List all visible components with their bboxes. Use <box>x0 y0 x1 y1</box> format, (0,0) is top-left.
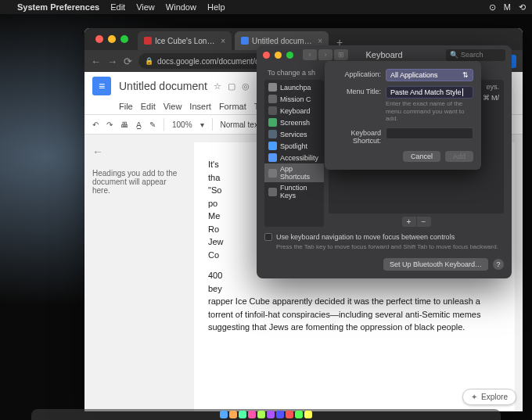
docs-logo-icon[interactable]: ≡ <box>92 77 111 95</box>
cancel-button[interactable]: Cancel <box>403 151 440 162</box>
docs-menu-view[interactable]: View <box>164 102 182 111</box>
add-shortcut-button[interactable]: + <box>402 217 416 227</box>
menubar-app-name[interactable]: System Preferences <box>17 2 99 12</box>
undo-button[interactable]: ↶ <box>92 120 99 129</box>
chevron-updown-icon: ⇅ <box>462 71 469 79</box>
sysprefs-nav: ‹ › ⊞ <box>303 49 348 60</box>
launchpad-icon <box>268 83 277 92</box>
spotlight-icon <box>268 142 277 150</box>
status-icon[interactable]: ⊙ <box>489 2 496 13</box>
sidebar-item-services[interactable]: Services <box>264 128 324 140</box>
sysprefs-footer: Use keyboard navigation to move focus be… <box>264 233 504 271</box>
status-icon[interactable]: M <box>504 2 511 12</box>
keyboard-shortcut-label: Keyboard Shortcut: <box>332 127 381 145</box>
menubar-status-area: ⊙ M ⟲ <box>489 2 526 13</box>
print-button[interactable]: 🖶 <box>120 120 128 129</box>
docs-menu-insert[interactable]: Insert <box>189 102 211 111</box>
document-paragraph: 400 beyrapper Ice Cube apparently decide… <box>208 269 501 334</box>
sidebar-item-app-shortcuts[interactable]: App Shortcuts <box>264 163 324 182</box>
application-select[interactable]: All Applications ⇅ <box>386 69 473 81</box>
dock-app-icon[interactable] <box>257 411 265 418</box>
reload-button[interactable]: ⟳ <box>124 56 132 67</box>
dock-app-icon[interactable] <box>229 411 237 418</box>
shortcut-key-display: ⌘ M/ <box>483 94 500 102</box>
document-title[interactable]: Untitled document <box>119 80 207 92</box>
search-input[interactable]: 🔍 Search <box>446 49 505 61</box>
shortcuts-category-list: Launchpa Mission C Keyboard Screensh Ser… <box>264 80 324 227</box>
minimize-window-button[interactable] <box>108 35 116 43</box>
mission-control-icon <box>268 95 277 103</box>
docs-menu-file[interactable]: File <box>119 102 133 111</box>
sidebar-item-keyboard[interactable]: Keyboard <box>264 105 324 117</box>
back-button[interactable]: ‹ <box>303 49 317 60</box>
dock-app-icon[interactable] <box>304 411 312 418</box>
menu-window[interactable]: Window <box>166 2 196 12</box>
dock-app-icon[interactable] <box>220 411 228 418</box>
dock-app-icon[interactable] <box>267 411 275 418</box>
bluetooth-keyboard-button[interactable]: Set Up Bluetooth Keyboard… <box>383 258 488 271</box>
dock-app-icon[interactable] <box>248 411 256 418</box>
menu-edit[interactable]: Edit <box>110 2 125 12</box>
dock-app-icon[interactable] <box>295 411 303 418</box>
status-icon[interactable]: ⟲ <box>519 2 526 13</box>
docs-menu-edit[interactable]: Edit <box>141 102 156 111</box>
explore-button[interactable]: ✦ Explore <box>462 389 516 405</box>
separator <box>212 118 213 131</box>
zoom-select[interactable]: 100% <box>172 120 192 129</box>
close-window-button[interactable] <box>263 52 270 59</box>
keyboard-nav-checkbox[interactable] <box>264 233 272 241</box>
sidebar-item-accessibility[interactable]: Accessibility <box>264 152 324 163</box>
sidebar-item-mission-control[interactable]: Mission C <box>264 93 324 105</box>
grid-button[interactable]: ⊞ <box>334 49 348 60</box>
sidebar-item-function-keys[interactable]: Function Keys <box>264 182 324 201</box>
sidebar-item-launchpad[interactable]: Launchpa <box>264 81 324 93</box>
redo-button[interactable]: ↷ <box>106 120 113 129</box>
checkbox-label: Use keyboard navigation to move focus be… <box>276 233 455 241</box>
browser-tab[interactable]: Ice Cube's Long, Disturbing H × <box>138 31 232 50</box>
close-tab-icon[interactable]: × <box>221 37 225 45</box>
search-placeholder: Search <box>461 51 483 59</box>
forward-button[interactable]: → <box>107 56 117 67</box>
services-icon <box>268 130 277 138</box>
help-button[interactable]: ? <box>493 259 504 270</box>
separator <box>164 118 164 131</box>
keyboard-icon <box>268 106 277 115</box>
doc-star-icon[interactable]: ☆ <box>214 81 221 92</box>
zoom-window-button[interactable] <box>120 35 128 43</box>
accessibility-icon <box>268 153 277 162</box>
dock-app-icon[interactable] <box>276 411 284 418</box>
menu-help[interactable]: Help <box>207 2 225 12</box>
keyboard-shortcut-input[interactable] <box>386 127 473 139</box>
format-paint-button[interactable]: ✎ <box>149 120 156 129</box>
minimize-window-button[interactable] <box>275 52 282 59</box>
menu-view[interactable]: View <box>136 2 155 12</box>
outline-pane: ← Headings you add to the document will … <box>84 135 194 411</box>
dock-app-icon[interactable] <box>239 411 246 418</box>
dock-app-icon[interactable] <box>286 411 293 418</box>
add-button[interactable]: Add <box>445 151 473 162</box>
add-remove-buttons: + − <box>329 217 504 227</box>
app-shortcuts-icon <box>268 169 277 178</box>
spellcheck-button[interactable]: A̲ <box>136 120 142 129</box>
close-tab-icon[interactable]: × <box>318 37 322 45</box>
outline-collapse-icon[interactable]: ← <box>92 145 186 158</box>
zoom-window-button[interactable] <box>286 52 293 59</box>
paragraph-style-select[interactable]: Normal text <box>221 120 261 129</box>
docs-menu-format[interactable]: Format <box>219 102 246 111</box>
sidebar-item-screenshots[interactable]: Screensh <box>264 117 324 128</box>
dock <box>31 409 501 420</box>
doc-status-icon[interactable]: ◎ <box>242 81 250 92</box>
close-window-button[interactable] <box>95 35 103 43</box>
menu-title-input[interactable]: Paste And Match Style <box>386 86 473 99</box>
application-label: Application: <box>332 69 381 78</box>
forward-button[interactable]: › <box>318 49 332 60</box>
remove-shortcut-button[interactable]: − <box>417 217 431 227</box>
tab-label: Untitled document - Google D <box>252 37 315 45</box>
outline-hint-text: Headings you add to the document will ap… <box>92 169 186 195</box>
menu-title-hint: Enter the exact name of the menu command… <box>386 100 473 123</box>
explore-icon: ✦ <box>471 393 477 401</box>
menu-title-label: Menu Title: <box>332 86 381 95</box>
back-button[interactable]: ← <box>91 56 101 67</box>
sidebar-item-spotlight[interactable]: Spotlight <box>264 140 324 152</box>
doc-move-icon[interactable]: ▢ <box>228 81 235 92</box>
